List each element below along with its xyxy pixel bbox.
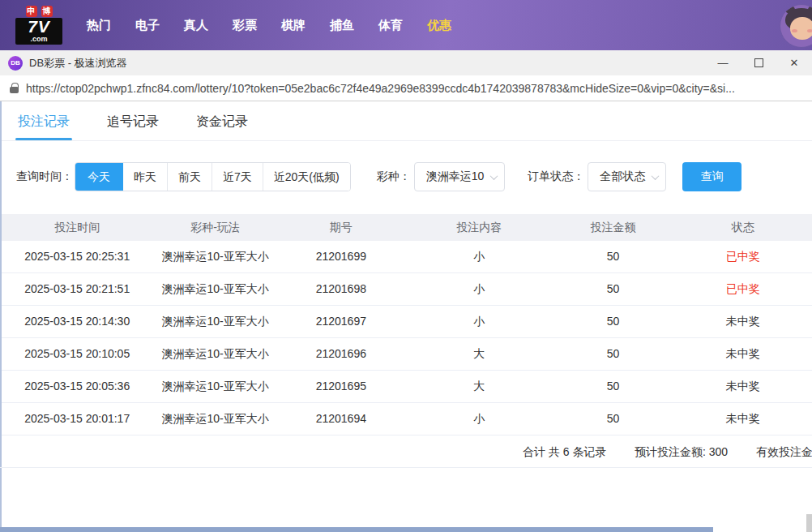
page-content: 投注记录 追号记录 资金记录 查询时间： 今天 昨天 前天 近7天 近20天(低… [0, 101, 812, 532]
vertical-scrollbar-thumb[interactable] [806, 514, 812, 532]
col-issue: 期号 [276, 214, 406, 241]
cell-bet-time: 2025-03-15 20:21:51 [0, 273, 154, 305]
order-status-select[interactable]: 全部状态 [588, 162, 666, 191]
table-row: 2025-03-15 20:14:30 澳洲幸运10-亚军大小 21201697… [0, 306, 812, 338]
time-range-group: 今天 昨天 前天 近7天 近20天(低频) [75, 162, 351, 191]
cell-bet-amount: 50 [552, 241, 673, 272]
cell-game-play: 澳洲幸运10-亚军大小 [154, 371, 276, 402]
avatar-blush-left [792, 29, 797, 32]
logo-sub-text: .com [17, 36, 61, 45]
cell-issue: 21201696 [276, 338, 406, 370]
tab-bet-records[interactable]: 投注记录 [18, 101, 70, 140]
table-summary-row: 合计 共 6 条记录 预计投注金额: 300 有效投注金 [0, 435, 812, 468]
time-option-7days[interactable]: 近7天 [212, 163, 263, 191]
window-title: DB彩票 - 极速浏览器 [29, 56, 127, 71]
cell-issue: 21201694 [276, 403, 406, 435]
search-button[interactable]: 查询 [682, 162, 741, 191]
cell-issue: 21201698 [276, 273, 406, 305]
logo-plate: 7V .com [15, 18, 62, 45]
table-row: 2025-03-15 20:21:51 澳洲幸运10-亚军大小 21201698… [0, 273, 812, 306]
time-option-today[interactable]: 今天 [75, 162, 123, 191]
nav-item-lottery[interactable]: 彩票 [220, 18, 269, 33]
minimize-button[interactable]: — [705, 50, 741, 75]
nav-item-sports[interactable]: 体育 [366, 18, 415, 33]
cell-status: 已中奖 [674, 273, 812, 305]
cell-bet-content: 大 [406, 371, 552, 402]
cell-bet-time: 2025-03-15 20:05:36 [0, 371, 154, 402]
table-row: 2025-03-15 20:10:05 澳洲幸运10-亚军大小 21201696… [0, 338, 812, 371]
table-row: 2025-03-15 20:01:17 澳洲幸运10-亚军大小 21201694… [0, 403, 812, 435]
col-status: 状态 [674, 214, 812, 241]
summary-expected-amount: 预计投注金额: 300 [635, 435, 728, 468]
cell-bet-content: 大 [406, 338, 552, 370]
cell-game-play: 澳洲幸运10-亚军大小 [154, 306, 276, 337]
time-option-20days[interactable]: 近20天(低频) [263, 163, 350, 191]
cell-bet-content: 小 [406, 241, 552, 272]
cell-status: 未中奖 [674, 338, 812, 370]
nav-item-slots[interactable]: 电子 [123, 18, 172, 33]
cell-bet-time: 2025-03-15 20:01:17 [0, 403, 154, 435]
nav-item-hot[interactable]: 热门 [75, 18, 123, 33]
minimize-icon: — [718, 57, 729, 69]
logo-badge-bo: 博 [41, 6, 53, 17]
close-button[interactable]: ✕ [776, 50, 812, 75]
user-avatar[interactable] [780, 4, 812, 48]
record-tabs: 投注记录 追号记录 资金记录 [0, 101, 812, 141]
cell-status: 未中奖 [674, 306, 812, 337]
url-text[interactable]: https://ctop02pchwp1.zfnc84.com/lottery/… [26, 82, 735, 95]
col-bet-content: 投注内容 [406, 214, 552, 241]
cell-status: 未中奖 [674, 403, 812, 435]
col-bet-amount: 投注金额 [552, 214, 673, 241]
maximize-icon [754, 58, 763, 67]
cell-bet-amount: 50 [552, 273, 673, 305]
time-option-yesterday[interactable]: 昨天 [123, 163, 167, 191]
browser-titlebar: DB DB彩票 - 极速浏览器 — ✕ [0, 50, 812, 75]
table-row: 2025-03-15 20:05:36 澳洲幸运10-亚军大小 21201695… [0, 371, 812, 403]
tab-fund-records[interactable]: 资金记录 [196, 101, 248, 140]
nav-item-cards[interactable]: 棋牌 [269, 18, 318, 33]
nav-item-promo[interactable]: 优惠 [415, 18, 464, 33]
cell-status: 已中奖 [674, 241, 812, 272]
order-status-label: 订单状态： [528, 169, 584, 184]
cell-game-play: 澳洲幸运10-亚军大小 [154, 338, 276, 370]
avatar-blush-right [807, 29, 812, 32]
cell-bet-time: 2025-03-15 20:25:31 [0, 241, 154, 272]
col-bet-time: 投注时间 [0, 214, 154, 241]
horizontal-scrollbar[interactable] [0, 527, 713, 532]
chevron-down-icon [652, 172, 660, 180]
logo-badge-shen: 申 [26, 6, 37, 17]
cell-bet-amount: 50 [552, 371, 673, 402]
cell-game-play: 澳洲幸运10-亚军大小 [154, 403, 276, 435]
time-option-day-before[interactable]: 前天 [167, 163, 212, 191]
nav-item-live[interactable]: 真人 [172, 18, 220, 33]
site-logo[interactable]: 申 博 7V .com [15, 6, 63, 45]
nav-menu: 热门 电子 真人 彩票 棋牌 捕鱼 体育 优惠 [75, 18, 464, 33]
cell-bet-content: 小 [406, 403, 552, 435]
lottery-type-label: 彩种： [377, 169, 411, 184]
cell-bet-content: 小 [406, 273, 552, 305]
chevron-down-icon [490, 172, 498, 180]
close-icon: ✕ [790, 57, 799, 69]
avatar-face [790, 17, 812, 40]
url-bar[interactable]: https://ctop02pchwp1.zfnc84.com/lottery/… [0, 75, 812, 101]
lottery-type-select[interactable]: 澳洲幸运10 [414, 162, 506, 191]
cell-bet-time: 2025-03-15 20:14:30 [0, 306, 154, 337]
cell-bet-time: 2025-03-15 20:10:05 [0, 338, 154, 370]
table-row: 2025-03-15 20:25:31 澳洲幸运10-亚军大小 21201699… [0, 241, 812, 273]
nav-item-fishing[interactable]: 捕鱼 [318, 18, 366, 33]
logo-badges: 申 博 [26, 6, 53, 17]
summary-total-count: 合计 共 6 条记录 [523, 435, 606, 468]
lottery-type-value: 澳洲幸运10 [426, 169, 485, 184]
cell-game-play: 澳洲幸运10-亚军大小 [154, 273, 276, 305]
cell-bet-content: 小 [406, 306, 552, 337]
cell-game-play: 澳洲幸运10-亚军大小 [154, 241, 276, 272]
logo-main-text: 7V [17, 18, 61, 36]
table-header: 投注时间 彩种-玩法 期号 投注内容 投注金额 状态 [0, 214, 812, 241]
col-game-play: 彩种-玩法 [154, 214, 276, 241]
tab-chase-records[interactable]: 追号记录 [107, 101, 159, 140]
site-nav: 申 博 7V .com 热门 电子 真人 彩票 棋牌 捕鱼 体育 优惠 [0, 0, 812, 50]
cell-status: 未中奖 [674, 371, 812, 402]
window-app-icon: DB [8, 56, 23, 71]
cell-bet-amount: 50 [552, 306, 673, 337]
maximize-button[interactable] [741, 50, 776, 75]
